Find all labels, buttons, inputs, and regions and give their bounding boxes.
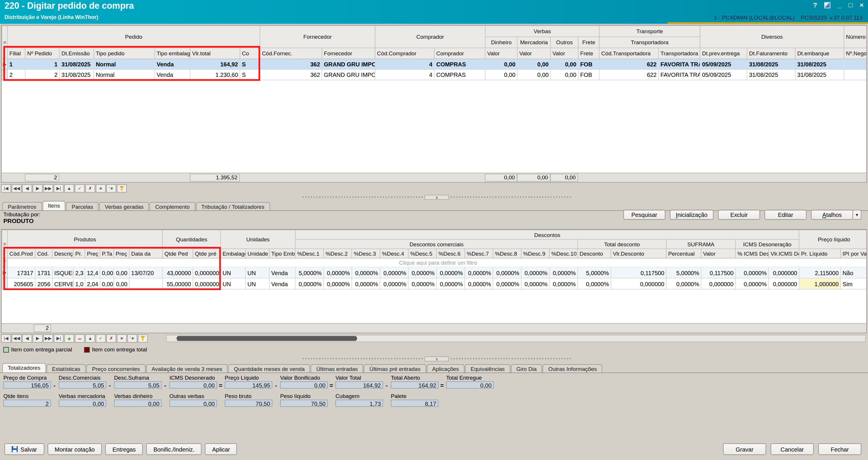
column-header[interactable]: Qtde pré — [193, 249, 221, 258]
column-group-numero-negociacao[interactable]: Número de neg — [844, 26, 867, 48]
column-header[interactable]: %Desc.6 — [436, 249, 465, 258]
cell[interactable]: 0,00 — [518, 59, 551, 69]
column-header[interactable]: P.Ta — [100, 249, 114, 258]
cell[interactable]: 0,00 — [486, 59, 518, 69]
filter-prompt[interactable]: Clique aqui para definir um filtro — [7, 258, 867, 267]
cell[interactable]: 55,00000 — [162, 278, 193, 289]
cell[interactable]: GRAND GRU IMPOR — [322, 59, 375, 69]
cell[interactable]: 0,0000% — [295, 278, 323, 289]
nav-last-button[interactable]: ▶| — [54, 184, 63, 193]
column-header[interactable]: Valor — [701, 249, 736, 258]
tab[interactable]: Totalizadores — [2, 363, 46, 373]
column-header[interactable]: Vlr.ICMS De — [769, 249, 799, 258]
atalhos-button[interactable]: Atalhos — [811, 210, 853, 220]
cell[interactable]: COMPRAS — [434, 59, 486, 69]
column-header[interactable]: Nº.Negociação — [844, 48, 867, 59]
column-header[interactable]: % ICMS Des — [736, 249, 769, 258]
cell[interactable]: 0,0000% — [493, 278, 521, 289]
cell[interactable]: 0,000000 — [611, 278, 666, 289]
cell[interactable]: 31/08/2025 — [59, 59, 94, 69]
column-group-pedido[interactable]: Pedido — [7, 26, 260, 48]
tab[interactable]: Parcelas — [66, 202, 99, 211]
column-header[interactable]: Tipo pedido — [94, 48, 155, 59]
grid-corner[interactable]: ≡ — [2, 230, 7, 258]
cell[interactable]: 1731 — [35, 267, 53, 278]
cell[interactable]: 4 — [375, 59, 434, 69]
nav-cancel-button[interactable]: ✗ — [106, 334, 116, 343]
cell[interactable]: Venda — [269, 267, 295, 278]
cell[interactable]: 0,0000% — [521, 278, 550, 289]
tab[interactable]: Outras Informações — [543, 364, 602, 373]
cell[interactable]: 1.230,60 — [190, 69, 240, 80]
column-header[interactable]: Cód.Comprador — [375, 48, 434, 59]
nav-post-button[interactable]: ✓ — [75, 184, 85, 193]
cell[interactable]: 362 — [260, 59, 322, 69]
column-header[interactable]: Dt.embarque — [795, 48, 844, 59]
tab[interactable]: Aplicações — [427, 364, 464, 373]
column-header[interactable]: Preç — [85, 249, 100, 258]
column-header[interactable]: %Desc.9 — [521, 249, 550, 258]
nav-next-button[interactable]: ▶ — [33, 334, 42, 343]
cell[interactable]: 622 — [599, 69, 658, 80]
splitter-bottom[interactable]: ∨ — [0, 356, 868, 362]
cell[interactable]: Normal — [94, 59, 155, 69]
subgroup-suframa[interactable]: SUFRAMA — [666, 239, 736, 249]
inicializacao-button[interactable]: Inicialização — [670, 210, 714, 220]
column-header[interactable]: Dt.Emissão — [59, 48, 94, 59]
nav-post-button[interactable]: ✓ — [96, 334, 106, 343]
montar-cotacao-button[interactable]: Montar cotação — [48, 443, 102, 455]
cell[interactable]: 0,000000 — [193, 278, 221, 289]
column-header[interactable]: Tipo embalagem — [155, 48, 190, 59]
tab[interactable]: Verbas geradas — [99, 202, 149, 211]
cell[interactable]: 2 — [7, 69, 25, 80]
cell[interactable]: 31/08/2025 — [747, 59, 795, 69]
salvar-button[interactable]: Salvar — [4, 443, 44, 455]
cell[interactable]: 31/08/2025 — [795, 69, 844, 80]
cell[interactable]: FOB — [578, 59, 599, 69]
cell[interactable]: UN — [221, 267, 246, 278]
column-header[interactable]: Percentual — [666, 249, 701, 258]
column-group-transporte[interactable]: Transporte — [599, 26, 700, 37]
column-header[interactable]: Data da — [129, 249, 162, 258]
tab[interactable]: Avaliação de venda 3 meses — [146, 364, 228, 373]
cell[interactable]: 0,0000% — [465, 278, 493, 289]
grid-corner[interactable]: ≡ — [2, 26, 7, 59]
tab[interactable]: Quantidade meses de venda — [228, 364, 310, 373]
column-header[interactable]: Valor — [486, 48, 518, 59]
cell[interactable] — [844, 59, 867, 69]
subgroup-outros[interactable]: Outros — [551, 37, 578, 48]
subgroup-dinheiro[interactable]: Dinheiro — [486, 37, 518, 48]
column-header[interactable]: %Desc.8 — [493, 249, 521, 258]
nav-prior-button[interactable]: ◀ — [22, 334, 32, 343]
subgroup-total-desconto[interactable]: Total desconto — [578, 239, 666, 249]
tab[interactable]: Parâmetros — [2, 202, 42, 211]
tab[interactable]: Complemento — [150, 202, 195, 211]
nav-next-page-button[interactable]: ▶▶ — [43, 184, 53, 193]
cell[interactable]: 0,117500 — [611, 267, 666, 278]
cell[interactable]: 0,00 — [518, 69, 551, 80]
nav-refresh-button[interactable]: ∗ — [96, 184, 106, 193]
cell[interactable] — [129, 278, 162, 289]
cell[interactable]: 622 — [599, 59, 658, 69]
column-header[interactable]: Dt.Faturamento — [747, 48, 795, 59]
cell[interactable]: 0,0000% — [323, 267, 352, 278]
cell[interactable]: GRAND GRU IMPOR — [322, 69, 375, 80]
subgroup-icms-desoneracao[interactable]: ICMS Desoneração — [736, 239, 799, 249]
column-header[interactable]: Embalagem — [221, 249, 246, 258]
cell[interactable]: 0,0000% — [736, 267, 769, 278]
cell[interactable]: 0,0000% — [666, 278, 701, 289]
cell[interactable]: 2056 — [35, 278, 53, 289]
column-header[interactable]: Pr. Líquido — [799, 249, 841, 258]
cell[interactable]: UN — [245, 278, 269, 289]
cancelar-button[interactable]: Cancelar — [771, 443, 813, 455]
cell[interactable]: UN — [245, 267, 269, 278]
cell[interactable]: FAVORITA TRAN — [659, 69, 700, 80]
cell[interactable]: 43,00000 — [162, 267, 193, 278]
column-header[interactable]: IPI por Va — [841, 249, 867, 258]
subgroup-mercadoria[interactable]: Mercadoria — [518, 37, 551, 48]
cell[interactable]: ISQUEIRO — [53, 267, 73, 278]
column-header[interactable]: %Desc.4 — [380, 249, 408, 258]
fechar-button[interactable]: Fechar — [818, 443, 861, 455]
cell[interactable]: 0,0000% — [550, 278, 578, 289]
cell[interactable]: 31/08/2025 — [59, 69, 94, 80]
